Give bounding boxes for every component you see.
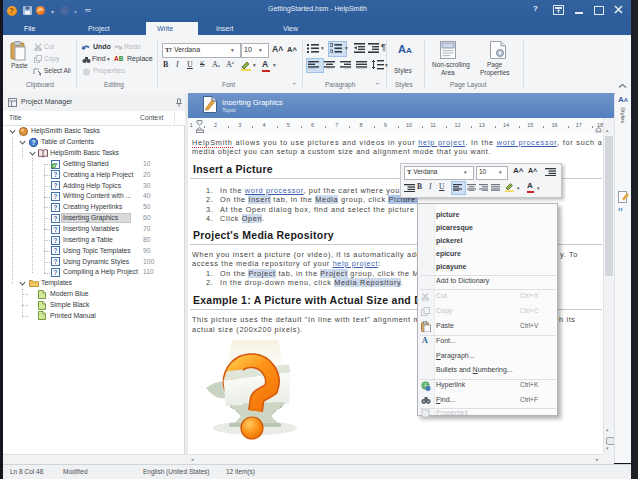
svg-text:?: ?	[54, 215, 58, 222]
svg-text:?: ?	[54, 204, 58, 211]
svg-text:?: ?	[54, 269, 58, 276]
svg-text:?: ?	[54, 258, 58, 265]
svg-text:?: ?	[32, 139, 36, 146]
svg-text:?: ?	[54, 193, 58, 200]
svg-text:?: ?	[54, 247, 58, 254]
svg-text:?: ?	[54, 226, 58, 233]
svg-text:?: ?	[54, 237, 58, 244]
svg-text:?: ?	[54, 182, 58, 189]
svg-text:?: ?	[54, 171, 58, 178]
